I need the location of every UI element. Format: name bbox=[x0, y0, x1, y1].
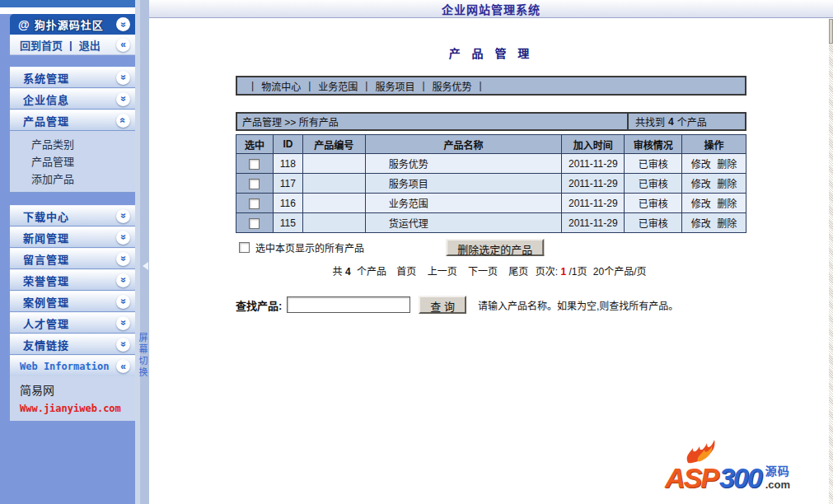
row-checkbox[interactable] bbox=[249, 179, 260, 189]
chevron-down-icon: « bbox=[116, 231, 130, 245]
at-icon: @ bbox=[18, 18, 30, 31]
cell-id: 117 bbox=[273, 174, 302, 194]
search-input[interactable] bbox=[287, 296, 410, 313]
col-header-code: 产品编号 bbox=[302, 135, 365, 154]
brand-collapse-button[interactable]: « bbox=[116, 17, 130, 31]
delete-link[interactable]: 删除 bbox=[717, 198, 737, 210]
cell-id: 115 bbox=[273, 213, 302, 233]
sidebar-item-message-mgmt[interactable]: 留言管理 « bbox=[10, 248, 135, 269]
col-header-date: 加入时间 bbox=[562, 135, 625, 154]
logout-link[interactable]: 退出 bbox=[79, 37, 101, 53]
tab-business-scope[interactable]: 业务范围 bbox=[318, 79, 358, 93]
table-row: 115 货运代理 2011-11-29 已审核 修改 删除 bbox=[236, 213, 746, 233]
sidebar-item-download-center[interactable]: 下载中心 « bbox=[10, 205, 135, 226]
edit-link[interactable]: 修改 bbox=[691, 179, 711, 190]
cell-status: 已审核 bbox=[625, 213, 682, 233]
chevron-down-icon: « bbox=[116, 209, 130, 223]
home-link[interactable]: 回到首页 bbox=[20, 37, 63, 53]
cell-code bbox=[302, 154, 365, 174]
brand-header: @ 狗扑源码社区 « bbox=[10, 14, 135, 35]
chevron-down-icon: « bbox=[116, 273, 130, 287]
select-all-checkbox[interactable] bbox=[239, 242, 250, 253]
edit-link[interactable]: 修改 bbox=[691, 198, 711, 210]
tab-logistics-center[interactable]: 物流中心 bbox=[261, 79, 301, 93]
chevron-down-icon: « bbox=[116, 92, 130, 106]
first-page-link[interactable]: 首页 bbox=[396, 266, 416, 278]
cell-id: 118 bbox=[273, 154, 302, 174]
cell-date: 2011-11-29 bbox=[562, 194, 625, 213]
table-row: 116 业务范围 2011-11-29 已审核 修改 删除 bbox=[236, 194, 746, 213]
category-tab-bar: | 物流中心 | 业务范围 | 服务项目 | 服务优势 | bbox=[236, 76, 746, 96]
site-name: 简易网 bbox=[20, 381, 135, 398]
row-checkbox[interactable] bbox=[249, 218, 260, 229]
logo-300-text: 300 bbox=[719, 465, 761, 491]
sidebar-item-links[interactable]: 友情链接 « bbox=[10, 334, 135, 355]
chevron-down-icon: « bbox=[116, 295, 130, 309]
table-row: 118 服务优势 2011-11-29 已审核 修改 删除 bbox=[236, 154, 746, 174]
app-title: 企业网站管理系统 bbox=[442, 1, 541, 17]
edit-link[interactable]: 修改 bbox=[691, 159, 711, 170]
tab-service-items[interactable]: 服务项目 bbox=[375, 79, 414, 93]
screen-toggle-strip[interactable]: 屏幕切换 bbox=[135, 0, 149, 504]
sidebar-item-news-mgmt[interactable]: 新闻管理 « bbox=[10, 226, 135, 248]
main-area: 企业网站管理系统 产 品 管 理 | 物流中心 | 业务范围 | 服务项目 | … bbox=[149, 0, 833, 504]
sidebar-subitem-product-mgmt[interactable]: 产品管理 bbox=[10, 152, 135, 170]
sidebar-item-system-mgmt[interactable]: 系统管理 « bbox=[10, 67, 135, 88]
site-url-link[interactable]: Www.jianyiweb.com bbox=[20, 403, 135, 414]
sidebar-subitem-add-product[interactable]: 添加产品 bbox=[10, 170, 135, 187]
web-information-header[interactable]: Web Information « bbox=[10, 355, 135, 376]
found-count-number: 4 bbox=[668, 116, 674, 128]
chevron-down-icon: « bbox=[116, 71, 130, 85]
edit-link[interactable]: 修改 bbox=[691, 218, 711, 230]
sidebar-item-case-mgmt[interactable]: 案例管理 « bbox=[10, 291, 135, 312]
col-header-operation: 操作 bbox=[682, 135, 746, 154]
cell-code bbox=[302, 194, 365, 213]
cell-code bbox=[302, 174, 365, 194]
delete-link[interactable]: 删除 bbox=[717, 218, 737, 230]
sidebar-subitem-product-category[interactable]: 产品类别 bbox=[10, 135, 135, 152]
sidebar-top-bar bbox=[0, 0, 135, 7]
row-checkbox[interactable] bbox=[249, 159, 260, 170]
sidebar: @ 狗扑源码社区 « 回到首页 | 退出 « 系统管理 « 企业信息 « 产品管… bbox=[0, 0, 135, 504]
products-table: 选中 ID 产品编号 产品名称 加入时间 审核情况 操作 118 服务优势 20… bbox=[236, 134, 746, 233]
search-button[interactable]: 查 询 bbox=[419, 296, 466, 314]
prev-page-link[interactable]: 上一页 bbox=[428, 266, 457, 278]
table-header-row: 选中 ID 产品编号 产品名称 加入时间 审核情况 操作 bbox=[236, 135, 746, 154]
chevron-left-icon: « bbox=[120, 40, 126, 49]
flame-icon bbox=[680, 436, 737, 464]
page-title: 产 品 管 理 bbox=[149, 44, 833, 61]
next-page-link[interactable]: 下一页 bbox=[468, 266, 498, 278]
cell-name: 业务范围 bbox=[365, 194, 562, 213]
search-row: 查找产品: 查 询 请输入产品名称。如果为空,则查找所有产品。 bbox=[236, 296, 746, 314]
home-bar: 回到首页 | 退出 « bbox=[10, 35, 135, 55]
delete-link[interactable]: 删除 bbox=[717, 159, 737, 170]
scrollbar-thumb[interactable] bbox=[829, 19, 833, 44]
breadcrumb: 产品管理 >> 所有产品 bbox=[237, 114, 627, 129]
tab-service-advantage[interactable]: 服务优势 bbox=[433, 79, 472, 93]
delete-link[interactable]: 删除 bbox=[717, 179, 737, 190]
chevron-down-icon: « bbox=[119, 21, 129, 27]
cell-status: 已审核 bbox=[625, 174, 682, 194]
col-header-status: 审核情况 bbox=[625, 135, 682, 154]
sidebar-collapse-button[interactable]: « bbox=[116, 38, 130, 52]
collapse-arrow-icon[interactable] bbox=[143, 262, 148, 270]
table-row: 117 服务项目 2011-11-29 已审核 修改 删除 bbox=[236, 174, 746, 194]
chevron-down-icon: « bbox=[116, 252, 130, 266]
sidebar-item-product-mgmt[interactable]: 产品管理 « bbox=[10, 110, 135, 131]
search-hint: 请输入产品名称。如果为空,则查找所有产品。 bbox=[478, 298, 678, 312]
page: @ 狗扑源码社区 « 回到首页 | 退出 « 系统管理 « 企业信息 « 产品管… bbox=[0, 0, 833, 504]
col-header-id: ID bbox=[273, 135, 302, 154]
cell-id: 116 bbox=[273, 194, 302, 213]
per-page-label: 20个产品/页 bbox=[593, 266, 647, 278]
row-checkbox[interactable] bbox=[249, 198, 260, 209]
delete-selected-button[interactable]: 删除选定的产品 bbox=[446, 239, 544, 256]
current-page: 1 bbox=[560, 266, 566, 278]
page-label: 页次: bbox=[536, 266, 558, 278]
sidebar-item-hr-mgmt[interactable]: 人才管理 « bbox=[10, 312, 135, 334]
last-page-link[interactable]: 尾页 bbox=[508, 266, 528, 278]
sidebar-item-honor-mgmt[interactable]: 荣誉管理 « bbox=[10, 269, 135, 291]
screen-toggle-label: 屏幕切换 bbox=[140, 333, 149, 379]
sidebar-item-company-info[interactable]: 企业信息 « bbox=[10, 88, 135, 110]
vertical-scrollbar[interactable] bbox=[829, 19, 833, 504]
cell-code bbox=[302, 213, 365, 233]
